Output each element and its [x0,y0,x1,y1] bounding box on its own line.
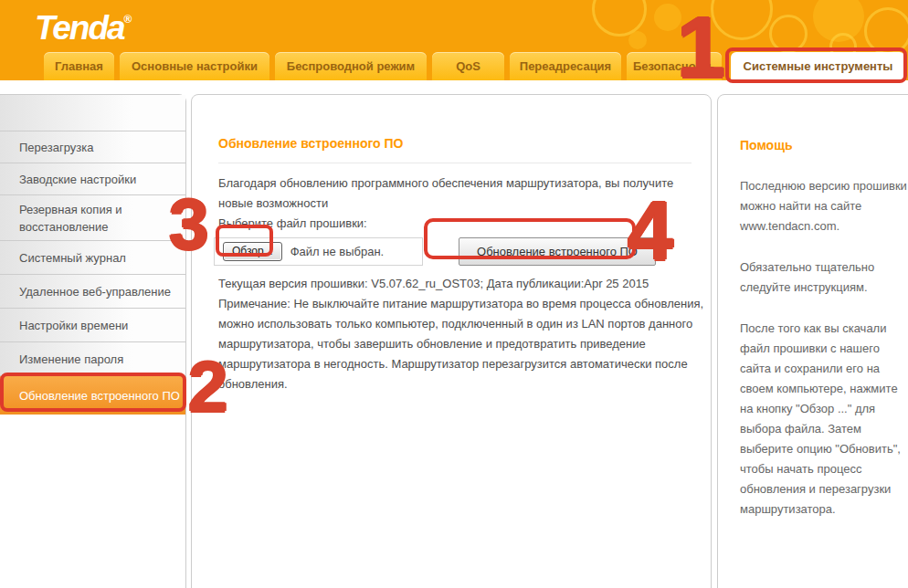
tab-qos[interactable]: QoS [432,52,504,80]
firmware-file-row: Обзор... Файл не выбран. Обновление встр… [218,237,707,266]
tab-wireless[interactable]: Беспроводной режим [275,52,427,80]
upgrade-firmware-button[interactable]: Обновление встроенного ПО [459,237,656,266]
decor-bubble [628,31,647,49]
sidebar-filler [0,415,185,506]
tab-system-tools[interactable]: Системные инструменты [731,52,905,80]
sidebar-item-reboot[interactable]: Перезагрузка [0,131,185,163]
decor-bubble [769,15,808,53]
sidebar-item-factory-defaults[interactable]: Заводские настройки [0,163,185,195]
router-admin-screen: Tenda® Главная Основные настройки Беспро… [0,0,908,588]
current-firmware-version: Текущая версия прошивки: V5.07.62_ru_OST… [218,274,702,294]
title-divider [218,163,692,163]
file-input[interactable]: Обзор... Файл не выбран. [214,237,423,266]
help-paragraph: После того как вы скачали файл прошивки … [740,319,908,520]
tab-security[interactable]: Безопасность [627,52,722,80]
intro-text: Благодаря обновлению программного обеспе… [218,173,707,214]
tenda-logo: Tenda® [35,9,132,47]
tab-home[interactable]: Главная [44,52,114,80]
sidebar-item-time-settings[interactable]: Настройки времени [0,309,185,342]
header: Tenda® Главная Основные настройки Беспро… [0,0,908,80]
help-paragraph: Обязательно тщательно следуйте инструкци… [740,257,908,298]
help-title: Помощь [740,138,908,152]
sidebar-item-change-password[interactable]: Изменение пароля [0,342,185,376]
sidebar: Перезагрузка Заводские настройки Резервн… [0,94,186,588]
upgrade-note: Примечание: Не выключайте питание маршру… [218,294,707,394]
help-paragraph: Последнюю версию прошивки можно найти на… [740,176,908,236]
main-panel: Обновление встроенного ПО Благодаря обно… [191,94,712,588]
tab-forwarding[interactable]: Переадресация [510,52,621,80]
page-title: Обновление встроенного ПО [218,136,702,151]
sidebar-item-firmware-upgrade[interactable]: Обновление встроенного ПО [0,376,185,415]
sidebar-item-backup-restore[interactable]: Резервная копия и восстановление [0,195,185,241]
sidebar-spacer [0,95,185,131]
choose-file-label: Выберите файл прошивки: [218,214,707,234]
no-file-selected-text: Файл не выбран. [290,245,385,258]
decor-bubble [864,7,908,55]
tab-basic-settings[interactable]: Основные настройки [120,52,269,80]
registered-mark: ® [124,13,132,26]
sidebar-item-remote-web-management[interactable]: Удаленное веб-управление [0,275,185,309]
help-panel: Помощь Последнюю версию прошивки можно н… [717,94,908,588]
sidebar-item-system-log[interactable]: Системный журнал [0,241,185,275]
decor-bubble [711,0,773,40]
decor-bubble [654,4,681,31]
browse-button[interactable]: Обзор... [223,242,282,261]
